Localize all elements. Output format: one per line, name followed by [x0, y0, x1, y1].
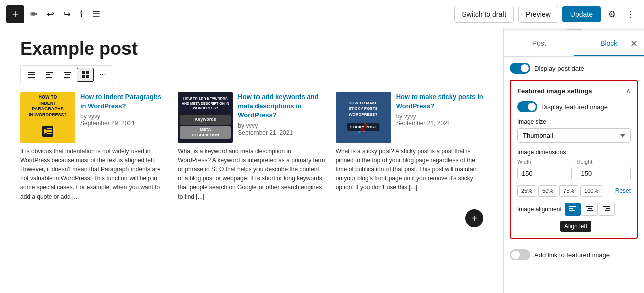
- image-size-select[interactable]: Thumbnail Medium Large Full Size: [517, 128, 631, 143]
- dimensions-label: Image dimensions: [517, 149, 631, 156]
- sidebar-tabs: Post Block ✕: [504, 31, 644, 57]
- settings-button[interactable]: ⚙: [605, 6, 619, 23]
- height-input[interactable]: [577, 167, 631, 180]
- add-link-row: Add link to featured image: [510, 245, 638, 264]
- svg-rect-15: [47, 128, 52, 129]
- width-input[interactable]: [517, 167, 572, 180]
- svg-rect-17: [47, 133, 52, 134]
- list-view-btn[interactable]: [23, 68, 40, 82]
- svg-rect-5: [46, 77, 52, 78]
- post-item-inner: HOW TO MAKESTICKY POSTSWORDPRESS? STICKY…: [336, 92, 483, 143]
- svg-rect-25: [606, 208, 610, 209]
- post-date: September 21, 2021: [238, 129, 325, 136]
- svg-rect-3: [46, 72, 53, 73]
- update-button[interactable]: Update: [562, 6, 601, 22]
- dimension-inputs: Width Height: [517, 159, 631, 180]
- post-item-inner: HOW TO ADD KEYWORDS AND META DESCRIPTION…: [178, 92, 325, 143]
- add-link-toggle[interactable]: [510, 249, 530, 260]
- post-meta: How to indent Paragraghs in WordPress? b…: [80, 92, 168, 143]
- editor-area: Example post ⋯: [0, 28, 503, 293]
- svg-rect-18: [569, 206, 576, 207]
- post-thumbnail: HOW TO MAKESTICKY POSTSWORDPRESS? STICKY…: [336, 92, 391, 143]
- pct-75-button[interactable]: 75%: [559, 185, 578, 197]
- post-meta: How to add keywords and meta description…: [238, 92, 325, 143]
- sidebar: Post Block ✕ Display post date Featured …: [503, 28, 644, 293]
- svg-rect-12: [86, 75, 89, 78]
- info-button[interactable]: ℹ: [77, 6, 86, 23]
- main-area: Example post ⋯: [0, 28, 644, 293]
- align-left-btn[interactable]: [41, 68, 58, 82]
- alignment-label: Image alignment: [517, 206, 562, 213]
- post-date: September 21, 2021: [396, 120, 483, 127]
- svg-rect-9: [82, 71, 85, 74]
- alignment-buttons: [565, 203, 615, 216]
- align-center-button[interactable]: [582, 203, 598, 216]
- align-right-button[interactable]: [599, 203, 615, 216]
- height-label: Height: [577, 159, 631, 165]
- add-block-fab[interactable]: +: [465, 209, 483, 227]
- display-post-date-label: Display post date: [534, 65, 584, 72]
- list-item: HOW TO ADD KEYWORDS AND META DESCRIPTION…: [178, 92, 325, 201]
- preview-button[interactable]: Preview: [518, 6, 558, 23]
- align-left-tooltip: Align left: [560, 221, 591, 232]
- toolbar-left: + ✏ ↩ ↪ ℹ ☰: [6, 5, 103, 23]
- post-author: by vyvy: [80, 113, 168, 120]
- more-options-btn[interactable]: ⋯: [95, 68, 111, 82]
- svg-rect-10: [86, 71, 89, 74]
- svg-rect-11: [82, 75, 85, 78]
- svg-rect-16: [47, 130, 52, 132]
- height-field: Height: [577, 159, 631, 180]
- post-date: September 29, 2021: [80, 120, 168, 127]
- list-view-button[interactable]: ☰: [89, 6, 103, 23]
- post-author: by vyvy: [396, 113, 483, 120]
- sidebar-close-button[interactable]: ✕: [628, 36, 640, 51]
- svg-rect-1: [28, 74, 35, 75]
- image-dimensions: Image dimensions Width Height: [517, 149, 631, 180]
- add-link-label: Add link to featured image: [534, 251, 610, 259]
- display-post-date-toggle[interactable]: [510, 63, 530, 74]
- svg-rect-22: [588, 208, 592, 209]
- section-title: Featured image settings: [517, 87, 592, 95]
- width-label: Width: [517, 159, 572, 165]
- display-featured-row: Display featured image: [517, 101, 631, 112]
- pct-25-button[interactable]: 25%: [517, 185, 536, 197]
- svg-rect-8: [64, 77, 70, 78]
- post-link[interactable]: How to indent Paragraghs in WordPress?: [80, 92, 168, 111]
- undo-button[interactable]: ↩: [44, 6, 57, 23]
- redo-button[interactable]: ↪: [60, 6, 74, 23]
- svg-rect-21: [586, 206, 593, 207]
- edit-button[interactable]: ✏: [27, 6, 41, 23]
- image-alignment-row: Image alignment: [517, 203, 631, 216]
- percent-row: 25% 50% 75% 100% Reset: [517, 185, 631, 197]
- switch-to-draft-button[interactable]: Switch to draft: [454, 6, 514, 23]
- add-block-button[interactable]: +: [6, 5, 24, 23]
- post-thumbnail: HOW TOINDENT PARAGRAPHSIN WORDPRESS?: [20, 92, 75, 143]
- post-meta: How to make sticky posts in WordPress? b…: [396, 92, 483, 143]
- svg-rect-0: [28, 72, 35, 73]
- list-item: HOW TOINDENT PARAGRAPHSIN WORDPRESS? How…: [20, 92, 168, 201]
- post-link[interactable]: How to make sticky posts in WordPress?: [396, 92, 483, 111]
- post-item-inner: HOW TOINDENT PARAGRAPHSIN WORDPRESS? How…: [20, 92, 168, 143]
- display-featured-label: Display featured image: [541, 103, 608, 111]
- post-excerpt: What is a keyword and meta description i…: [178, 147, 325, 201]
- options-button[interactable]: ⋮: [623, 6, 638, 23]
- list-item: HOW TO MAKESTICKY POSTSWORDPRESS? STICKY…: [336, 92, 483, 201]
- svg-rect-19: [569, 208, 573, 209]
- featured-image-settings: Featured image settings ∧ Display featur…: [510, 80, 638, 239]
- pct-50-button[interactable]: 50%: [538, 185, 557, 197]
- align-center-btn[interactable]: [59, 68, 76, 82]
- collapse-button[interactable]: ∧: [626, 87, 631, 95]
- align-left-button[interactable]: [565, 203, 581, 216]
- svg-rect-6: [64, 72, 71, 73]
- tab-post[interactable]: Post: [504, 31, 574, 56]
- svg-rect-24: [603, 206, 610, 207]
- display-featured-toggle[interactable]: [517, 101, 537, 112]
- grid-view-btn[interactable]: [77, 68, 94, 82]
- post-title: Example post: [20, 38, 483, 59]
- pct-100-button[interactable]: 100%: [580, 185, 602, 197]
- svg-rect-2: [28, 77, 35, 78]
- image-size-label: Image size: [517, 118, 631, 125]
- block-toolbar: ⋯: [20, 65, 113, 84]
- post-link[interactable]: How to add keywords and meta description…: [238, 92, 325, 120]
- reset-button[interactable]: Reset: [615, 187, 631, 194]
